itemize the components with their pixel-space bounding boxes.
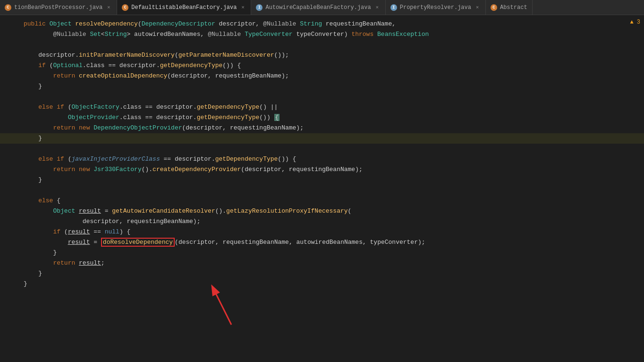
code-line-7: else if (ObjectFactory.class == descript…: [0, 102, 644, 112]
tab-label-active: DefaultListableBeanFactory.java: [131, 4, 237, 11]
code-line-21: }: [0, 268, 644, 279]
line-content-19: }: [24, 248, 644, 258]
line-content-14: else {: [24, 196, 644, 206]
code-line-22: }: [0, 279, 644, 289]
line-content-15: Object result = getAutowireCandidateReso…: [24, 206, 644, 216]
line-content-3: descriptor.initParameterNameDiscovery(ge…: [24, 50, 644, 60]
tab-icon-i2: I: [390, 4, 397, 11]
line-content-7: else if (ObjectFactory.class == descript…: [24, 102, 644, 112]
code-line-8: ObjectProvider.class == descriptor.getDe…: [0, 112, 644, 123]
code-line-18: result = doResolveDependency(descriptor,…: [0, 237, 644, 248]
tab-abstract[interactable]: C Abstract: [486, 0, 533, 15]
tab-close-button[interactable]: ×: [105, 4, 112, 11]
code-line-13: }: [0, 175, 644, 185]
code-line-17: if (result == null) {: [0, 227, 644, 237]
line-content-6: }: [24, 81, 644, 92]
tab-autowirecapablebeanfactory[interactable]: I AutowireCapableBeanFactory.java ×: [251, 0, 385, 15]
code-line-12: return new Jsr330Factory().createDepende…: [0, 164, 644, 175]
line-content-11: else if (javaxInjectProviderClass == des…: [24, 154, 644, 164]
svg-line-1: [212, 287, 231, 325]
tab-icon-c: C: [5, 4, 11, 11]
line-content-20: return result;: [24, 258, 644, 268]
code-line-4: if (Optional.class == descriptor.getDepe…: [0, 60, 644, 71]
tab-close-active[interactable]: ×: [239, 4, 246, 11]
line-content-blank4: [24, 185, 644, 196]
code-line-10: }: [0, 133, 644, 144]
line-content-10: }: [24, 133, 644, 144]
line-content-16: descriptor, requestingBeanName);: [24, 216, 644, 227]
tab-label-abstract: Abstract: [500, 4, 527, 11]
line-content-2: @Nullable Set<String> autowiredBeanNames…: [24, 29, 644, 40]
line-content-blank1: [24, 40, 644, 50]
code-line-5: return createOptionalDependency(descript…: [0, 71, 644, 81]
code-line-blank4: [0, 185, 644, 196]
line-content-blank3: [24, 144, 644, 154]
code-line-3: descriptor.initParameterNameDiscovery(ge…: [0, 50, 644, 60]
code-line-14: else {: [0, 196, 644, 206]
line-content-18: result = doResolveDependency(descriptor,…: [24, 237, 644, 248]
code-line-blank3: [0, 144, 644, 154]
line-content-4: if (Optional.class == descriptor.getDepe…: [24, 60, 644, 71]
tab-tionbeanpostprocessor[interactable]: C tionBeanPostProcessor.java ×: [0, 0, 117, 15]
code-line-15: Object result = getAutowireCandidateReso…: [0, 206, 644, 216]
code-line-blank2: [0, 92, 644, 102]
tab-label-autowire: AutowireCapableBeanFactory.java: [265, 4, 371, 11]
tab-label: tionBeanPostProcessor.java: [14, 4, 102, 11]
line-content-5: return createOptionalDependency(descript…: [24, 71, 644, 81]
line-content-21: }: [24, 268, 644, 279]
tab-icon-c3: C: [491, 4, 497, 11]
tab-icon-c2: C: [122, 4, 128, 11]
code-line-9: return new DependencyObjectProvider(desc…: [0, 123, 644, 133]
line-content-12: return new Jsr330Factory().createDepende…: [24, 164, 644, 175]
tab-close-autowire[interactable]: ×: [374, 4, 381, 11]
line-content-22: }: [24, 279, 644, 289]
code-line-1: public Object resolveDependency(Dependen…: [0, 19, 644, 29]
tab-icon-i: I: [256, 4, 263, 11]
tab-close-property[interactable]: ×: [474, 4, 481, 11]
code-line-11: else if (javaxInjectProviderClass == des…: [0, 154, 644, 164]
tab-propertyresolver[interactable]: I PropertyResolver.java ×: [386, 0, 486, 15]
code-line-16: descriptor, requestingBeanName);: [0, 216, 644, 227]
line-content-13: }: [24, 175, 644, 185]
tab-label-property: PropertyResolver.java: [400, 4, 471, 11]
code-editor: ▲ 3 public Object resolveDependency(Depe…: [0, 15, 644, 362]
code-line-6: }: [0, 81, 644, 92]
tab-bar: C tionBeanPostProcessor.java × C Default…: [0, 0, 644, 15]
code-line-2: @Nullable Set<String> autowiredBeanNames…: [0, 29, 644, 40]
line-content-9: return new DependencyObjectProvider(desc…: [24, 123, 644, 133]
line-content-blank2: [24, 92, 644, 102]
line-content-1: public Object resolveDependency(Dependen…: [24, 19, 644, 29]
line-content-8: ObjectProvider.class == descriptor.getDe…: [24, 112, 644, 123]
code-line-20: return result;: [0, 258, 644, 268]
code-line-19: }: [0, 248, 644, 258]
tab-defaultlistablebeanfactory[interactable]: C DefaultListableBeanFactory.java ×: [117, 0, 251, 15]
line-content-17: if (result == null) {: [24, 227, 644, 237]
code-line-blank1: [0, 40, 644, 50]
